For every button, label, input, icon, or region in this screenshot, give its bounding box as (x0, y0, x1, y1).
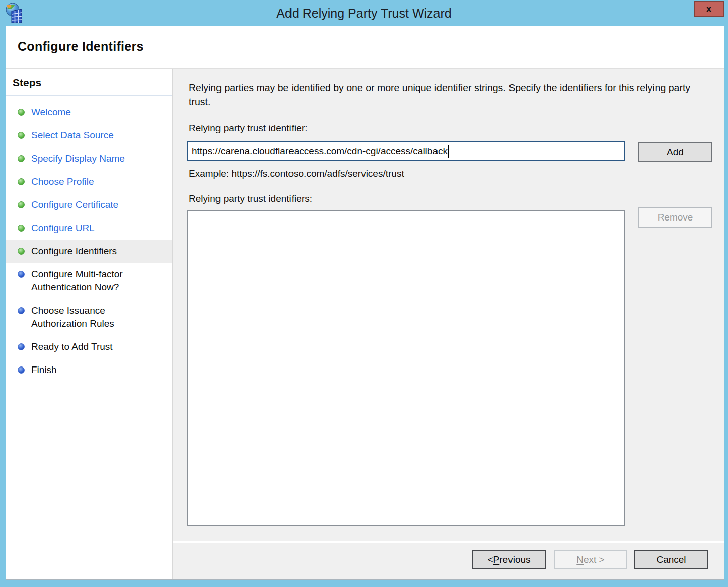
step-bullet-icon (18, 225, 25, 232)
step-bullet-icon (18, 307, 25, 314)
sidebar-step-welcome[interactable]: Welcome (6, 101, 172, 124)
sidebar-step-configure-identifiers[interactable]: Configure Identifiers (6, 240, 172, 263)
sidebar-step-ready-to-add-trust: Ready to Add Trust (6, 335, 172, 358)
page-description: Relying parties may be identified by one… (189, 81, 705, 109)
sidebar-step-configure-multi-factor-authentication-now: Configure Multi-factor Authentication No… (6, 263, 172, 299)
page-title: Configure Identifiers (18, 39, 724, 54)
identifiers-list-label: Relying party trust identifiers: (189, 193, 312, 204)
steps-heading: Steps (6, 69, 172, 96)
sidebar-step-choose-profile[interactable]: Choose Profile (6, 170, 172, 193)
next-button[interactable]: Next > (554, 550, 627, 569)
steps-sidebar: Steps Welcome Select Data Source Specify… (6, 69, 173, 580)
sidebar-step-configure-certificate[interactable]: Configure Certificate (6, 193, 172, 216)
sidebar-step-select-data-source[interactable]: Select Data Source (6, 124, 172, 147)
step-label: Configure Multi-factor Authentication No… (31, 268, 147, 294)
identifier-input-value: https://carena.cloudflareaccess.com/cdn-… (192, 145, 448, 157)
step-bullet-icon (18, 271, 25, 278)
window-title: Add Relying Party Trust Wizard (276, 6, 451, 21)
step-label: Configure Certificate (31, 198, 118, 211)
identifier-field-label: Relying party trust identifier: (189, 123, 308, 134)
add-button[interactable]: Add (638, 142, 712, 162)
step-bullet-icon (18, 343, 25, 350)
cancel-button[interactable]: Cancel (634, 550, 708, 569)
text-caret (448, 145, 449, 158)
sidebar-step-configure-url[interactable]: Configure URL (6, 216, 172, 240)
sidebar-step-specify-display-name[interactable]: Specify Display Name (6, 147, 172, 170)
window-bottom-edge (6, 579, 724, 580)
identifier-input[interactable]: https://carena.cloudflareaccess.com/cdn-… (187, 141, 625, 161)
remove-button[interactable]: Remove (638, 207, 712, 228)
wizard-window: Add Relying Party Trust Wizard x Configu… (0, 0, 728, 587)
step-bullet-icon (18, 109, 25, 116)
step-bullet-icon (18, 201, 25, 208)
wizard-page-header: Configure Identifiers (6, 26, 724, 69)
previous-button[interactable]: < Previous (472, 550, 546, 569)
step-label: Finish (31, 363, 57, 377)
step-bullet-icon (18, 155, 25, 162)
close-button[interactable]: x (694, 1, 724, 17)
steps-list: Welcome Select Data Source Specify Displ… (6, 96, 172, 382)
step-bullet-icon (18, 132, 25, 139)
step-label: Specify Display Name (31, 152, 125, 165)
identifiers-listbox[interactable] (187, 210, 625, 526)
title-bar[interactable]: Add Relying Party Trust Wizard x (0, 0, 728, 26)
step-bullet-icon (18, 178, 25, 185)
step-bullet-icon (18, 248, 25, 255)
step-label: Welcome (31, 106, 71, 119)
step-label: Configure Identifiers (31, 245, 117, 258)
step-label: Choose Profile (31, 175, 94, 188)
step-label: Choose Issuance Authorization Rules (31, 304, 147, 330)
sidebar-step-finish: Finish (6, 358, 172, 382)
step-bullet-icon (18, 366, 25, 374)
step-label: Ready to Add Trust (31, 340, 113, 353)
step-label: Configure URL (31, 222, 95, 235)
example-text: Example: https://fs.contoso.com/adfs/ser… (189, 168, 404, 179)
footer-button-bar: < Previous Next > Cancel (173, 541, 724, 580)
step-label: Select Data Source (31, 129, 114, 142)
sidebar-step-choose-issuance-authorization-rules: Choose Issuance Authorization Rules (6, 299, 172, 335)
adfs-app-icon (5, 3, 25, 24)
main-content: Relying parties may be identified by one… (173, 69, 724, 580)
